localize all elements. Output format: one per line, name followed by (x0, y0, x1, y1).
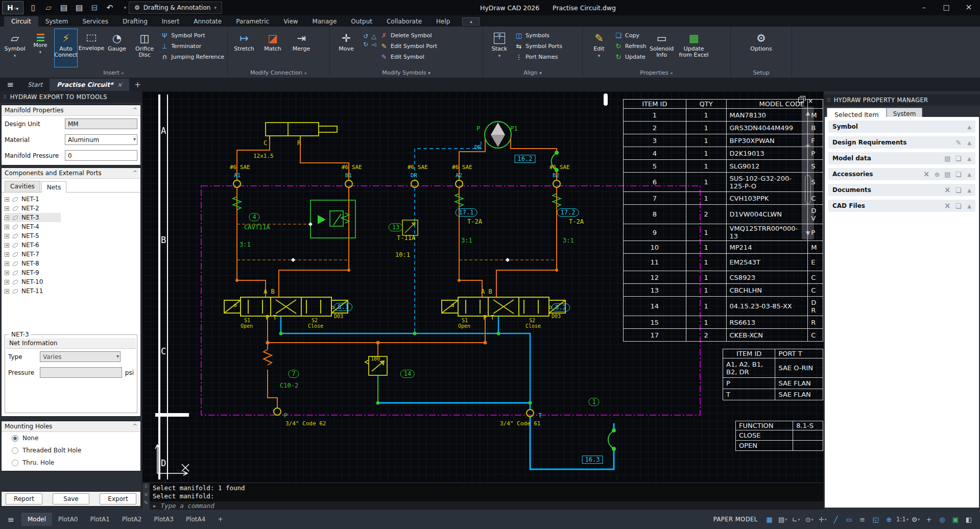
delete-icon[interactable]: × (923, 170, 930, 179)
isolate-objects-icon[interactable]: ◎ (936, 513, 948, 525)
jumping-reference-button[interactable]: ∩Jumping Reference (160, 53, 224, 61)
panel-caption-properties[interactable]: Properties » (583, 69, 730, 78)
pan-icon[interactable]: ✛ (805, 142, 810, 149)
copy-button[interactable]: ❏Copy (614, 32, 647, 39)
command-customize-icon[interactable]: ✎ (144, 500, 148, 506)
match-button[interactable]: ◪Match (259, 29, 286, 67)
collapse-icon[interactable]: ▲ (967, 124, 971, 130)
new-file-icon[interactable]: ▯ (29, 3, 38, 12)
stack-button[interactable]: Stack▾ (486, 29, 513, 67)
command-close-icon[interactable]: × (144, 491, 148, 498)
save-as-icon[interactable]: ▤ (75, 3, 84, 12)
command-input[interactable]: ▸ Type a command (150, 501, 823, 510)
section-documents[interactable]: Documents×❏▲ (828, 184, 975, 196)
dynamic-input-icon[interactable]: ▭ (843, 513, 855, 525)
layout-tab-model[interactable]: Model (21, 513, 52, 526)
table-close-icon[interactable]: × (808, 98, 813, 105)
palette-grip-icon[interactable]: ⠿ (3, 94, 7, 100)
delete-symbol-button[interactable]: ✗Delete Symbol (380, 32, 437, 39)
scroll-up-icon[interactable]: ▲ (806, 110, 810, 116)
panel-caption-modify-symbols[interactable]: Modify Symbols ▾ (330, 69, 483, 78)
graphics-performance-icon[interactable]: ▣ (949, 513, 962, 525)
close-tab-icon[interactable]: × (117, 81, 122, 88)
selection-cycling-icon[interactable]: ⊕ (883, 513, 895, 525)
app-logo[interactable]: H◦▾ (2, 1, 23, 14)
collapse-icon[interactable]: ▲ (967, 140, 971, 146)
radio-thru-hole[interactable]: Thru. Hole (2, 456, 140, 469)
edit-symbol-port-button[interactable]: ✎Edit Symbol Port (380, 42, 437, 50)
save-icon[interactable]: ▤ (59, 3, 68, 12)
workspace-switcher[interactable]: ⚙ Drafting & Annotation ▾ (129, 2, 222, 14)
refresh-button[interactable]: ↻Refresh (614, 42, 647, 50)
edit-symbol-button[interactable]: ✎Edit Symbol (380, 53, 437, 61)
layout-tab-plota3[interactable]: PlotA3 (148, 513, 179, 526)
object-snap-icon[interactable]: ✛▾ (817, 513, 829, 525)
section-accessories[interactable]: Accessories×⊕▤❏▲ (828, 168, 975, 180)
ribbon-tab-help[interactable]: Help (429, 16, 457, 27)
ribbon-tab-annotate[interactable]: Annotate (186, 16, 229, 27)
options-button[interactable]: ⚙Options (748, 29, 775, 67)
expand-icon[interactable]: + (5, 225, 9, 229)
annotation-scale-label[interactable]: 1:1▾ (896, 513, 909, 525)
scroll-down-icon[interactable]: ▼ (806, 230, 810, 236)
move-button[interactable]: ✛Move (333, 29, 360, 67)
orifice-disc-button[interactable]: ◫Orifice Disc (131, 29, 158, 67)
plot-icon[interactable]: ⊟ (90, 3, 99, 12)
snap-tracking-icon[interactable]: ╱ (830, 513, 842, 525)
document-tab-start[interactable]: Start (20, 79, 50, 91)
expand-icon[interactable]: + (5, 243, 9, 248)
net-item-net-2[interactable]: +NET-2 (5, 204, 140, 213)
delete-icon[interactable]: × (944, 185, 951, 195)
ribbon-tab-system[interactable]: System (38, 16, 76, 27)
mounting-holes-header[interactable]: Mounting Holes^ (2, 421, 140, 432)
net-item-net-3[interactable]: +NET-3 (5, 213, 61, 222)
workspace-switch-icon[interactable]: ⚙▾ (910, 513, 922, 525)
solenoid-info-button[interactable]: ▭Solenoid Info (649, 29, 675, 67)
align-symbol-ports-button[interactable]: ⇆Symbol Ports (515, 42, 562, 50)
tab-cavities[interactable]: Cavities (5, 181, 40, 192)
ribbon-tab-circuit[interactable]: Circuit (4, 16, 38, 27)
layout-tab-plota4[interactable]: PlotA4 (180, 513, 211, 526)
ribbon-tab-insert[interactable]: Insert (155, 16, 186, 27)
merge-button[interactable]: ⇥Merge (288, 29, 315, 67)
clean-screen-icon[interactable]: ◧ (963, 513, 975, 525)
gauge-button[interactable]: ◔Gauge (105, 29, 129, 67)
net-item-net-8[interactable]: +NET-8 (5, 259, 140, 268)
ribbon-tab-view[interactable]: View (276, 16, 305, 27)
material-select[interactable]: Aluminum▾ (65, 134, 137, 145)
components-header[interactable]: Components and External Ports^ (2, 168, 140, 179)
save-icon[interactable]: ▤ (944, 171, 950, 178)
expand-icon[interactable]: + (5, 252, 9, 257)
transparency-icon[interactable]: ◱ (870, 513, 882, 525)
apply-icon[interactable]: ❏ (955, 186, 962, 194)
net-item-net-11[interactable]: +NET-11 (5, 286, 140, 296)
command-grip-icon[interactable]: ⠿ (145, 484, 148, 489)
port-names-button[interactable]: ⋮Port Names (515, 53, 562, 61)
net-pressure-field[interactable] (40, 367, 122, 378)
net-item-net-9[interactable]: +NET-9 (5, 268, 140, 277)
note-edit-icon[interactable]: ✎ (955, 139, 961, 147)
table-scrollbar[interactable]: ▲ ✛ ▼ (802, 107, 814, 239)
maximize-button[interactable]: □ (935, 0, 958, 15)
expand-icon[interactable]: + (5, 271, 9, 275)
terminator-button[interactable]: ⊥Terminator (160, 42, 224, 50)
manifold-properties-header[interactable]: Manifold Properties^ (2, 105, 140, 116)
rotate-left-icon[interactable]: ↺ (362, 33, 370, 41)
update-from-excel-button[interactable]: ▦Update from Excel (677, 29, 711, 67)
grid-icon[interactable]: ▦ (763, 513, 776, 525)
edit-properties-button[interactable]: ✎Edit▾ (586, 29, 612, 67)
expand-icon[interactable]: + (5, 215, 9, 220)
stretch-button[interactable]: ↦Stretch (231, 29, 257, 67)
paper-model-toggle[interactable]: PAPER MODEL (713, 516, 758, 523)
layout-tab-plota0[interactable]: PlotA0 (52, 513, 84, 526)
envelope-button[interactable]: Envelope (80, 29, 103, 67)
net-item-net-7[interactable]: +NET-7 (5, 250, 140, 259)
snap-mode-icon[interactable]: ▤▾ (777, 513, 789, 525)
expand-icon[interactable]: + (5, 197, 9, 202)
target-icon[interactable]: ⊕ (934, 171, 940, 178)
file-tabs-menu-icon[interactable]: ≡ (0, 80, 20, 89)
panel-caption-align[interactable]: Align ▾ (483, 69, 582, 78)
rotate-mirror-cluster[interactable]: ↺△ ↻◅ (362, 29, 378, 49)
section-cad-files[interactable]: CAD Files×❏▲ (828, 200, 975, 212)
symbol-port-button[interactable]: ΨSymbol Port (160, 32, 224, 39)
